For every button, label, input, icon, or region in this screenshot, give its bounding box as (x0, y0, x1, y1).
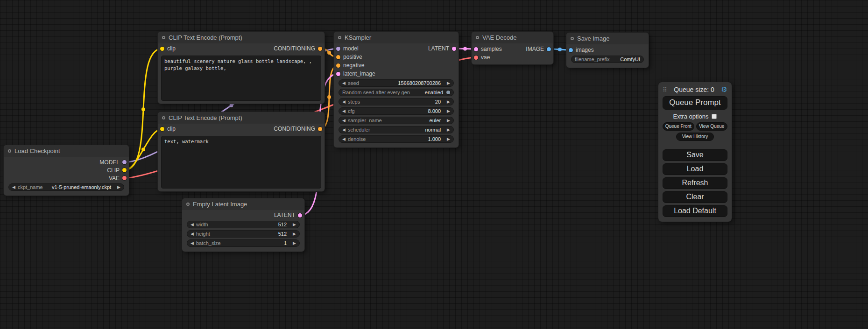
queue-front-button[interactable]: Queue Front (663, 122, 694, 131)
collapse-dot[interactable] (571, 37, 574, 40)
positive-input-port[interactable] (336, 55, 340, 59)
node-title-bar[interactable]: VAE Decode (472, 32, 553, 43)
save-button[interactable]: Save (663, 149, 727, 161)
widget-name: seed (348, 80, 359, 86)
node-title-bar[interactable]: CLIP Text Encode (Prompt) (158, 112, 325, 124)
clear-button[interactable]: Clear (663, 191, 727, 203)
increment-arrow-icon[interactable]: ▶ (293, 241, 296, 245)
comfyui-canvas[interactable]: { "colors": { "model": "#B39DDB", "clip"… (0, 0, 868, 329)
image-output-port[interactable] (547, 47, 551, 51)
increment-arrow-icon[interactable]: ▶ (447, 119, 450, 123)
queue-prompt-button[interactable]: Queue Prompt (663, 96, 727, 110)
decrement-arrow-icon[interactable]: ◀ (342, 109, 346, 113)
settings-gear-icon[interactable]: ⚙ (721, 85, 727, 94)
node-ksampler[interactable]: KSampler model LATENT positive negative (334, 32, 459, 147)
increment-arrow-icon[interactable]: ▶ (117, 185, 120, 189)
wire-midpoint-dot (327, 95, 331, 99)
model-output-port[interactable] (122, 160, 127, 164)
width-widget[interactable]: ◀ width 512 ▶ (187, 221, 300, 228)
decrement-arrow-icon[interactable]: ◀ (191, 223, 194, 227)
latent-output-port[interactable] (452, 47, 456, 51)
increment-arrow-icon[interactable]: ▶ (293, 223, 296, 227)
decrement-arrow-icon[interactable]: ◀ (342, 81, 346, 85)
conditioning-output-port[interactable] (318, 47, 322, 51)
vae-output-port[interactable] (122, 176, 127, 180)
collapse-dot[interactable] (476, 36, 479, 39)
batch-size-widget[interactable]: ◀ batch_size 1 ▶ (187, 239, 300, 247)
denoise-widget[interactable]: ◀ denoise 1.000 ▶ (339, 135, 454, 143)
model-input-port[interactable] (336, 47, 340, 51)
node-title-bar[interactable]: Load Checkpoint (4, 145, 129, 157)
random-seed-toggle-widget[interactable]: Random seed after every gen enabled (339, 89, 454, 96)
node-vae-decode[interactable]: VAE Decode samples IMAGE vae (472, 32, 553, 64)
widget-value: 8.000 (428, 108, 441, 114)
input-label-images: images (576, 47, 594, 53)
decrement-arrow-icon[interactable]: ◀ (342, 128, 346, 132)
steps-widget[interactable]: ◀ steps 20 ▶ (339, 98, 454, 105)
increment-arrow-icon[interactable]: ▶ (447, 137, 450, 141)
collapse-dot[interactable] (8, 149, 11, 153)
wire-midpoint-dot (141, 107, 145, 111)
widget-value: 1 (284, 240, 287, 246)
clip-input-port[interactable] (160, 127, 164, 131)
negative-input-port[interactable] (336, 63, 340, 68)
node-load-checkpoint[interactable]: Load Checkpoint MODEL CLIP VAE ◀ ckpt_na… (4, 145, 129, 196)
node-title-bar[interactable]: Save Image (566, 33, 649, 44)
node-title-bar[interactable]: CLIP Text Encode (Prompt) (158, 32, 325, 43)
input-label-clip: clip (167, 126, 176, 132)
latent-image-input-port[interactable] (336, 72, 340, 76)
node-title-bar[interactable]: KSampler (334, 32, 459, 43)
height-widget[interactable]: ◀ height 512 ▶ (187, 230, 300, 238)
node-save-image[interactable]: Save Image images filename_prefix ComfyU… (566, 33, 649, 68)
increment-arrow-icon[interactable]: ▶ (447, 109, 450, 113)
collapse-dot[interactable] (162, 36, 165, 39)
node-title-bar[interactable]: Empty Latent Image (182, 198, 304, 210)
collapse-dot[interactable] (162, 116, 165, 119)
view-history-button[interactable]: View History (676, 133, 714, 141)
prompt-textarea[interactable]: text, watermark (161, 136, 321, 189)
samples-input-port[interactable] (474, 47, 478, 51)
seed-widget[interactable]: ◀ seed 156680208700286 ▶ (339, 79, 454, 87)
ckpt-name-widget[interactable]: ◀ ckpt_name v1-5-pruned-emaonly.ckpt ▶ (8, 183, 124, 191)
increment-arrow-icon[interactable]: ▶ (447, 128, 450, 132)
clip-output-port[interactable] (122, 168, 127, 172)
decrement-arrow-icon[interactable]: ◀ (12, 185, 15, 189)
collapse-dot[interactable] (186, 203, 190, 206)
decrement-arrow-icon[interactable]: ◀ (342, 100, 346, 104)
clip-input-port[interactable] (160, 47, 164, 51)
decrement-arrow-icon[interactable]: ◀ (342, 119, 346, 123)
refresh-button[interactable]: Refresh (663, 177, 727, 189)
collapse-dot[interactable] (338, 36, 341, 39)
node-clip-text-encode-positive[interactable]: CLIP Text Encode (Prompt) clip CONDITION… (158, 32, 325, 104)
toggle-on-indicator[interactable] (446, 91, 450, 94)
filename-prefix-widget[interactable]: filename_prefix ComfyUI (571, 56, 644, 63)
widget-name: sampler_name (348, 118, 382, 123)
input-label-positive: positive (343, 54, 362, 60)
scheduler-widget[interactable]: ◀ scheduler normal ▶ (339, 126, 454, 133)
extra-options-label: Extra options (673, 113, 709, 120)
latent-output-port[interactable] (298, 213, 302, 217)
prompt-textarea[interactable]: beautiful scenery nature glass bottle la… (161, 56, 321, 101)
input-label-samples: samples (481, 46, 502, 52)
node-empty-latent-image[interactable]: Empty Latent Image LATENT ◀ width 512 ▶ … (182, 198, 304, 252)
view-queue-button[interactable]: View Queue (696, 122, 728, 131)
cfg-widget[interactable]: ◀ cfg 8.000 ▶ (339, 107, 454, 115)
load-default-button[interactable]: Load Default (663, 205, 727, 217)
node-title: Empty Latent Image (193, 201, 247, 208)
load-button[interactable]: Load (663, 163, 727, 175)
increment-arrow-icon[interactable]: ▶ (293, 232, 296, 236)
node-title: VAE Decode (482, 34, 516, 41)
extra-options-checkbox[interactable] (712, 114, 717, 119)
decrement-arrow-icon[interactable]: ◀ (191, 232, 194, 236)
increment-arrow-icon[interactable]: ▶ (447, 81, 450, 85)
widget-value: 512 (278, 222, 287, 227)
vae-input-port[interactable] (474, 56, 478, 60)
images-input-port[interactable] (569, 48, 573, 52)
drag-handle-icon[interactable]: ⠿ (663, 86, 667, 93)
node-clip-text-encode-negative[interactable]: CLIP Text Encode (Prompt) clip CONDITION… (158, 112, 325, 191)
conditioning-output-port[interactable] (318, 127, 322, 131)
increment-arrow-icon[interactable]: ▶ (447, 100, 450, 104)
decrement-arrow-icon[interactable]: ◀ (342, 137, 346, 141)
decrement-arrow-icon[interactable]: ◀ (191, 241, 194, 245)
sampler-name-widget[interactable]: ◀ sampler_name euler ▶ (339, 117, 454, 124)
